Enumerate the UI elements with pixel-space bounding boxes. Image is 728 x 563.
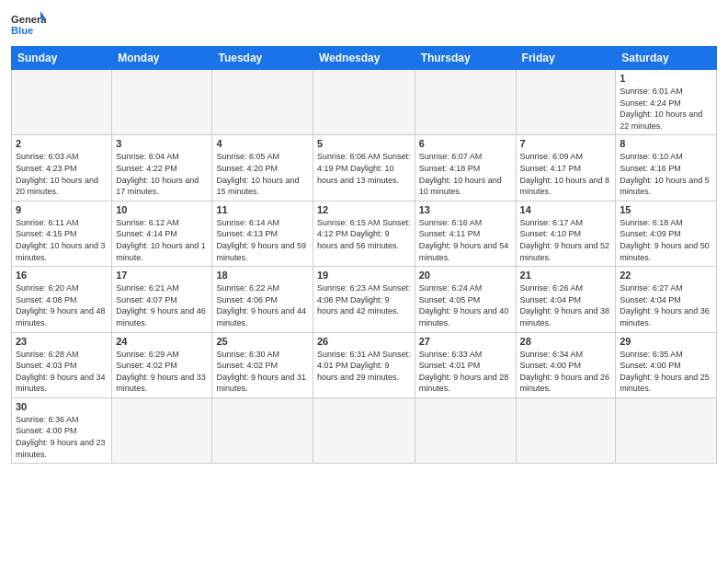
page: General Blue SundayMondayTuesdayWednesda… bbox=[0, 0, 728, 563]
logo: General Blue bbox=[11, 9, 46, 40]
header-saturday: Saturday bbox=[616, 47, 717, 70]
day-number: 18 bbox=[216, 270, 308, 281]
calendar-cell: 5Sunrise: 6:06 AM Sunset: 4:19 PM Daylig… bbox=[313, 135, 415, 201]
day-info: Sunrise: 6:05 AM Sunset: 4:20 PM Dayligh… bbox=[216, 151, 308, 197]
calendar-cell: 27Sunrise: 6:33 AM Sunset: 4:01 PM Dayli… bbox=[415, 332, 516, 397]
day-number: 27 bbox=[419, 336, 512, 347]
day-info: Sunrise: 6:26 AM Sunset: 4:04 PM Dayligh… bbox=[520, 282, 612, 328]
day-number: 30 bbox=[16, 401, 108, 412]
header-wednesday: Wednesday bbox=[313, 47, 415, 70]
calendar-cell: 23Sunrise: 6:28 AM Sunset: 4:03 PM Dayli… bbox=[12, 332, 112, 397]
calendar-cell bbox=[112, 397, 212, 463]
calendar-cell: 25Sunrise: 6:30 AM Sunset: 4:02 PM Dayli… bbox=[212, 332, 313, 397]
day-info: Sunrise: 6:12 AM Sunset: 4:14 PM Dayligh… bbox=[116, 217, 208, 263]
calendar-cell bbox=[212, 397, 313, 463]
header-monday: Monday bbox=[112, 47, 212, 70]
day-info: Sunrise: 6:28 AM Sunset: 4:03 PM Dayligh… bbox=[16, 349, 108, 395]
calendar-cell: 12Sunrise: 6:15 AM Sunset: 4:12 PM Dayli… bbox=[313, 201, 415, 266]
day-info: Sunrise: 6:29 AM Sunset: 4:02 PM Dayligh… bbox=[116, 349, 208, 395]
calendar-cell bbox=[12, 70, 112, 135]
calendar-header-row: SundayMondayTuesdayWednesdayThursdayFrid… bbox=[12, 47, 717, 70]
calendar-cell: 30Sunrise: 6:36 AM Sunset: 4:00 PM Dayli… bbox=[12, 397, 112, 463]
day-info: Sunrise: 6:24 AM Sunset: 4:05 PM Dayligh… bbox=[419, 282, 512, 328]
day-number: 28 bbox=[520, 336, 612, 347]
day-info: Sunrise: 6:04 AM Sunset: 4:22 PM Dayligh… bbox=[116, 151, 208, 197]
calendar-cell bbox=[313, 70, 415, 135]
calendar-cell: 8Sunrise: 6:10 AM Sunset: 4:16 PM Daylig… bbox=[616, 135, 717, 201]
day-number: 21 bbox=[520, 270, 612, 281]
calendar-cell: 4Sunrise: 6:05 AM Sunset: 4:20 PM Daylig… bbox=[212, 135, 313, 201]
day-number: 14 bbox=[520, 204, 612, 215]
calendar-cell: 24Sunrise: 6:29 AM Sunset: 4:02 PM Dayli… bbox=[112, 332, 212, 397]
day-info: Sunrise: 6:01 AM Sunset: 4:24 PM Dayligh… bbox=[620, 86, 712, 132]
calendar-cell: 19Sunrise: 6:23 AM Sunset: 4:06 PM Dayli… bbox=[313, 267, 415, 332]
calendar-cell: 29Sunrise: 6:35 AM Sunset: 4:00 PM Dayli… bbox=[616, 332, 717, 397]
day-info: Sunrise: 6:31 AM Sunset: 4:01 PM Dayligh… bbox=[317, 349, 411, 384]
day-number: 10 bbox=[116, 204, 208, 215]
calendar-cell bbox=[516, 70, 616, 135]
calendar-cell: 9Sunrise: 6:11 AM Sunset: 4:15 PM Daylig… bbox=[12, 201, 112, 266]
calendar-cell bbox=[212, 70, 313, 135]
header-tuesday: Tuesday bbox=[212, 47, 313, 70]
day-info: Sunrise: 6:34 AM Sunset: 4:00 PM Dayligh… bbox=[520, 349, 612, 395]
day-info: Sunrise: 6:17 AM Sunset: 4:10 PM Dayligh… bbox=[520, 217, 612, 263]
day-info: Sunrise: 6:14 AM Sunset: 4:13 PM Dayligh… bbox=[216, 217, 308, 263]
calendar-cell: 11Sunrise: 6:14 AM Sunset: 4:13 PM Dayli… bbox=[212, 201, 313, 266]
day-info: Sunrise: 6:33 AM Sunset: 4:01 PM Dayligh… bbox=[419, 349, 512, 395]
calendar-cell: 1Sunrise: 6:01 AM Sunset: 4:24 PM Daylig… bbox=[616, 70, 717, 135]
week-row-3: 9Sunrise: 6:11 AM Sunset: 4:15 PM Daylig… bbox=[12, 201, 717, 266]
header-friday: Friday bbox=[516, 47, 616, 70]
day-number: 9 bbox=[16, 204, 108, 215]
day-number: 15 bbox=[620, 204, 712, 215]
calendar-cell bbox=[415, 397, 516, 463]
day-number: 2 bbox=[16, 138, 108, 149]
day-number: 7 bbox=[520, 138, 612, 149]
calendar-cell bbox=[112, 70, 212, 135]
day-info: Sunrise: 6:09 AM Sunset: 4:17 PM Dayligh… bbox=[520, 151, 612, 197]
day-info: Sunrise: 6:21 AM Sunset: 4:07 PM Dayligh… bbox=[116, 282, 208, 328]
calendar-cell: 15Sunrise: 6:18 AM Sunset: 4:09 PM Dayli… bbox=[616, 201, 717, 266]
calendar-cell: 20Sunrise: 6:24 AM Sunset: 4:05 PM Dayli… bbox=[415, 267, 516, 332]
calendar-cell: 22Sunrise: 6:27 AM Sunset: 4:04 PM Dayli… bbox=[616, 267, 717, 332]
calendar-cell: 7Sunrise: 6:09 AM Sunset: 4:17 PM Daylig… bbox=[516, 135, 616, 201]
day-info: Sunrise: 6:22 AM Sunset: 4:06 PM Dayligh… bbox=[216, 282, 308, 328]
week-row-4: 16Sunrise: 6:20 AM Sunset: 4:08 PM Dayli… bbox=[12, 267, 717, 332]
week-row-2: 2Sunrise: 6:03 AM Sunset: 4:23 PM Daylig… bbox=[12, 135, 717, 201]
day-number: 19 bbox=[317, 270, 411, 281]
day-number: 26 bbox=[317, 336, 411, 347]
day-info: Sunrise: 6:06 AM Sunset: 4:19 PM Dayligh… bbox=[317, 151, 411, 186]
day-info: Sunrise: 6:23 AM Sunset: 4:06 PM Dayligh… bbox=[317, 282, 411, 317]
calendar-cell bbox=[415, 70, 516, 135]
day-info: Sunrise: 6:18 AM Sunset: 4:09 PM Dayligh… bbox=[620, 217, 712, 263]
day-number: 5 bbox=[317, 138, 411, 149]
day-info: Sunrise: 6:11 AM Sunset: 4:15 PM Dayligh… bbox=[16, 217, 108, 263]
day-number: 12 bbox=[317, 204, 411, 215]
day-number: 29 bbox=[620, 336, 712, 347]
header-sunday: Sunday bbox=[12, 47, 112, 70]
calendar-cell: 14Sunrise: 6:17 AM Sunset: 4:10 PM Dayli… bbox=[516, 201, 616, 266]
calendar-cell: 6Sunrise: 6:07 AM Sunset: 4:18 PM Daylig… bbox=[415, 135, 516, 201]
day-info: Sunrise: 6:03 AM Sunset: 4:23 PM Dayligh… bbox=[16, 151, 108, 197]
calendar-cell bbox=[516, 397, 616, 463]
calendar-cell: 26Sunrise: 6:31 AM Sunset: 4:01 PM Dayli… bbox=[313, 332, 415, 397]
week-row-1: 1Sunrise: 6:01 AM Sunset: 4:24 PM Daylig… bbox=[12, 70, 717, 135]
calendar-cell bbox=[313, 397, 415, 463]
day-info: Sunrise: 6:07 AM Sunset: 4:18 PM Dayligh… bbox=[419, 151, 512, 197]
day-info: Sunrise: 6:16 AM Sunset: 4:11 PM Dayligh… bbox=[419, 217, 512, 263]
day-info: Sunrise: 6:36 AM Sunset: 4:00 PM Dayligh… bbox=[16, 414, 108, 460]
day-number: 25 bbox=[216, 336, 308, 347]
calendar-cell: 28Sunrise: 6:34 AM Sunset: 4:00 PM Dayli… bbox=[516, 332, 616, 397]
day-info: Sunrise: 6:35 AM Sunset: 4:00 PM Dayligh… bbox=[620, 349, 712, 395]
day-number: 20 bbox=[419, 270, 512, 281]
day-number: 4 bbox=[216, 138, 308, 149]
day-number: 1 bbox=[620, 73, 712, 84]
calendar-cell bbox=[616, 397, 717, 463]
logo-svg: General Blue bbox=[11, 9, 46, 40]
calendar-cell: 13Sunrise: 6:16 AM Sunset: 4:11 PM Dayli… bbox=[415, 201, 516, 266]
calendar-cell: 3Sunrise: 6:04 AM Sunset: 4:22 PM Daylig… bbox=[112, 135, 212, 201]
calendar-cell: 10Sunrise: 6:12 AM Sunset: 4:14 PM Dayli… bbox=[112, 201, 212, 266]
calendar-cell: 17Sunrise: 6:21 AM Sunset: 4:07 PM Dayli… bbox=[112, 267, 212, 332]
calendar-cell: 18Sunrise: 6:22 AM Sunset: 4:06 PM Dayli… bbox=[212, 267, 313, 332]
header: General Blue bbox=[11, 9, 717, 40]
calendar-cell: 2Sunrise: 6:03 AM Sunset: 4:23 PM Daylig… bbox=[12, 135, 112, 201]
